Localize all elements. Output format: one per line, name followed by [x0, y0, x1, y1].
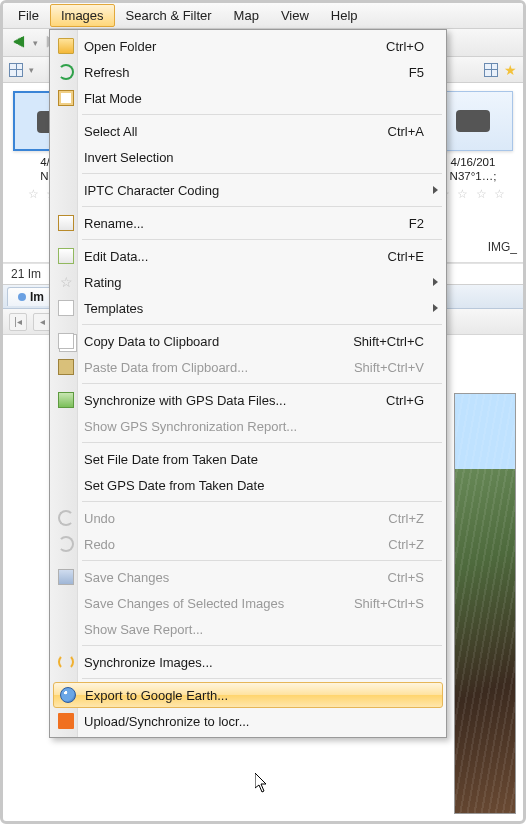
templates-icon — [58, 300, 74, 316]
menu-separator — [82, 678, 442, 679]
menu-search-filter[interactable]: Search & Filter — [115, 4, 223, 27]
tab-label: Im — [30, 290, 44, 304]
menu-item-label: Undo — [84, 511, 370, 526]
tab-image[interactable]: Im — [7, 287, 55, 306]
menu-item-label: Show Save Report... — [84, 622, 424, 637]
menu-separator — [82, 173, 442, 174]
menu-separator — [82, 114, 442, 115]
menu-item-rename[interactable]: Rename...F2 — [52, 210, 444, 236]
grid-icon-2[interactable] — [484, 63, 498, 77]
menu-item-accelerator: Ctrl+S — [388, 570, 424, 585]
menu-item-label: Upload/Synchronize to locr... — [84, 714, 424, 729]
menu-item-label: Show GPS Synchronization Report... — [84, 419, 424, 434]
sync-gps-icon — [58, 392, 74, 408]
menu-item-accelerator: F2 — [409, 216, 424, 231]
redo-icon — [58, 536, 74, 552]
menu-separator — [82, 560, 442, 561]
images-menu-dropdown: Open FolderCtrl+ORefreshF5Flat ModeSelec… — [49, 29, 447, 738]
export-google-earth-icon — [60, 687, 76, 703]
menu-item-refresh[interactable]: RefreshF5 — [52, 59, 444, 85]
menu-item-select-all[interactable]: Select AllCtrl+A — [52, 118, 444, 144]
menu-item-label: Templates — [84, 301, 424, 316]
menu-item-iptc-coding[interactable]: IPTC Character Coding — [52, 177, 444, 203]
menu-item-invert-selection[interactable]: Invert Selection — [52, 144, 444, 170]
submenu-arrow-icon — [433, 304, 438, 312]
grid-icon[interactable] — [9, 63, 23, 77]
menu-map[interactable]: Map — [223, 4, 270, 27]
menu-item-accelerator: Ctrl+A — [388, 124, 424, 139]
menu-item-save-selected: Save Changes of Selected ImagesShift+Ctr… — [52, 590, 444, 616]
menu-item-rating[interactable]: ☆Rating — [52, 269, 444, 295]
menu-item-accelerator: Shift+Ctrl+C — [353, 334, 424, 349]
menu-item-open-folder[interactable]: Open FolderCtrl+O — [52, 33, 444, 59]
menubar: FileImagesSearch & FilterMapViewHelp — [3, 3, 523, 29]
menu-item-set-gps-date[interactable]: Set GPS Date from Taken Date — [52, 472, 444, 498]
menu-item-label: Synchronize Images... — [84, 655, 424, 670]
menu-item-label: Refresh — [84, 65, 391, 80]
tab-icon — [18, 293, 26, 301]
rename-icon — [58, 215, 74, 231]
menu-item-set-file-date[interactable]: Set File Date from Taken Date — [52, 446, 444, 472]
menu-item-flat-mode[interactable]: Flat Mode — [52, 85, 444, 111]
menu-view[interactable]: View — [270, 4, 320, 27]
menu-item-accelerator: Ctrl+Z — [388, 537, 424, 552]
menu-item-label: Select All — [84, 124, 370, 139]
preview-image — [454, 393, 516, 814]
menu-item-save-report: Show Save Report... — [52, 616, 444, 642]
first-icon[interactable]: |◂ — [9, 313, 27, 331]
edit-data-icon — [58, 248, 74, 264]
menu-separator — [82, 645, 442, 646]
menu-item-redo: RedoCtrl+Z — [52, 531, 444, 557]
menu-separator — [82, 501, 442, 502]
menu-item-label: Rename... — [84, 216, 391, 231]
menu-item-label: Save Changes of Selected Images — [84, 596, 336, 611]
upload-locr-icon — [58, 713, 74, 729]
menu-item-accelerator: F5 — [409, 65, 424, 80]
filename-label: IMG_ — [488, 240, 517, 254]
status-text: 21 Im — [11, 267, 41, 281]
save-icon — [58, 569, 74, 585]
menu-item-export-google-earth[interactable]: Export to Google Earth... — [53, 682, 443, 708]
menu-item-accelerator: Shift+Ctrl+S — [354, 596, 424, 611]
star-icon[interactable]: ★ — [504, 62, 517, 78]
menu-item-sync-gps[interactable]: Synchronize with GPS Data Files...Ctrl+G — [52, 387, 444, 413]
menu-item-undo: UndoCtrl+Z — [52, 505, 444, 531]
menu-separator — [82, 383, 442, 384]
menu-item-label: Edit Data... — [84, 249, 370, 264]
sync-images-icon — [58, 654, 74, 670]
menu-item-label: Rating — [84, 275, 424, 290]
menu-item-accelerator: Ctrl+G — [386, 393, 424, 408]
menu-file[interactable]: File — [7, 4, 50, 27]
menu-item-accelerator: Ctrl+O — [386, 39, 424, 54]
menu-item-label: Set File Date from Taken Date — [84, 452, 424, 467]
rating-icon: ☆ — [58, 274, 74, 290]
submenu-arrow-icon — [433, 278, 438, 286]
menu-separator — [82, 324, 442, 325]
submenu-arrow-icon — [433, 186, 438, 194]
menu-item-templates[interactable]: Templates — [52, 295, 444, 321]
refresh-icon — [58, 64, 74, 80]
menu-separator — [82, 239, 442, 240]
menu-item-label: Flat Mode — [84, 91, 424, 106]
menu-help[interactable]: Help — [320, 4, 369, 27]
menu-item-label: Redo — [84, 537, 370, 552]
menu-item-accelerator: Shift+Ctrl+V — [354, 360, 424, 375]
menu-item-paste-data: Paste Data from Clipboard...Shift+Ctrl+V — [52, 354, 444, 380]
menu-item-label: IPTC Character Coding — [84, 183, 424, 198]
menu-item-edit-data[interactable]: Edit Data...Ctrl+E — [52, 243, 444, 269]
menu-item-label: Save Changes — [84, 570, 370, 585]
menu-separator — [82, 206, 442, 207]
paste-data-icon — [58, 359, 74, 375]
menu-item-save: Save ChangesCtrl+S — [52, 564, 444, 590]
undo-icon — [58, 510, 74, 526]
menu-item-accelerator: Ctrl+E — [388, 249, 424, 264]
menu-item-sync-images[interactable]: Synchronize Images... — [52, 649, 444, 675]
open-folder-icon — [58, 38, 74, 54]
menu-item-gps-report: Show GPS Synchronization Report... — [52, 413, 444, 439]
menu-item-upload-locr[interactable]: Upload/Synchronize to locr... — [52, 708, 444, 734]
menu-images[interactable]: Images — [50, 4, 115, 27]
menu-item-label: Synchronize with GPS Data Files... — [84, 393, 368, 408]
back-icon[interactable]: ⯇ — [9, 33, 29, 53]
copy-data-icon — [58, 333, 74, 349]
menu-item-copy-data[interactable]: Copy Data to ClipboardShift+Ctrl+C — [52, 328, 444, 354]
